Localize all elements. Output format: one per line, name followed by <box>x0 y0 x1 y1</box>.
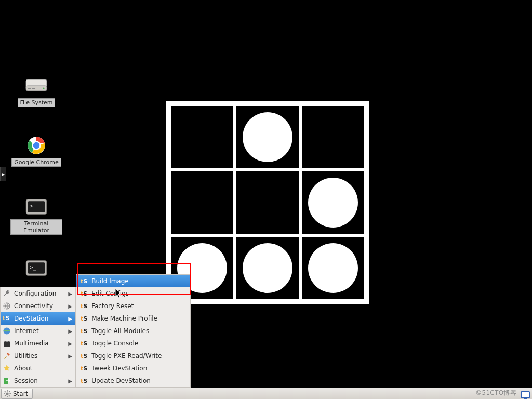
desktop-icon-terminal-2[interactable]: >_ <box>10 258 62 281</box>
menu-item-utilities[interactable]: Utilities ▶ <box>1 350 75 362</box>
wrench-icon <box>3 289 11 298</box>
desktop-icon-filesystem[interactable]: File System <box>10 75 62 107</box>
system-tray[interactable] <box>521 391 530 398</box>
mouse-cursor-icon <box>115 289 123 299</box>
logo-dot <box>243 243 292 293</box>
desktop-icon-chrome[interactable]: Google Chrome <box>10 135 62 167</box>
svg-rect-3 <box>28 88 31 89</box>
menu-item-label: Configuration <box>14 290 65 297</box>
submenu-item-label: Update DevStation <box>91 377 151 384</box>
start-menu[interactable]: Configuration ▶ Connectivity ▶ tS DevSta… <box>0 287 76 388</box>
ts-icon: tS <box>81 341 87 347</box>
watermark-text: ©51CTO博客 <box>475 389 516 397</box>
clapperboard-icon <box>3 339 11 348</box>
logo-cell <box>171 106 233 168</box>
exit-icon <box>3 377 11 385</box>
submenu-arrow-icon: ▶ <box>68 378 72 384</box>
terminal-icon: >_ <box>24 196 49 217</box>
submenu-arrow-icon: ▶ <box>68 353 72 359</box>
taskbar: Start <box>0 388 532 399</box>
terminal-icon: >_ <box>24 258 49 278</box>
svg-line-27 <box>9 391 10 392</box>
logo-cell <box>302 171 364 234</box>
submenu-arrow-icon: ▶ <box>68 328 72 334</box>
monitor-icon[interactable] <box>521 391 530 398</box>
svg-line-24 <box>5 391 6 392</box>
menu-item-multimedia[interactable]: Multimedia ▶ <box>1 337 75 350</box>
submenu-item-toggle-console[interactable]: tS Toggle Console <box>76 337 190 350</box>
submenu-item-label: Toggle PXE Read/Write <box>91 352 162 360</box>
submenu-item-label: Toggle Console <box>91 340 138 347</box>
start-button[interactable]: Start <box>1 389 33 399</box>
submenu-arrow-icon: ▶ <box>68 291 72 297</box>
submenu-item-toggle-all-modules[interactable]: tS Toggle All Modules <box>76 325 190 337</box>
start-button-label: Start <box>13 390 28 397</box>
svg-rect-16 <box>4 342 10 347</box>
menu-item-label: DevStation <box>14 315 65 322</box>
panel-collapse-tab[interactable]: ▶ <box>0 167 6 181</box>
star-icon <box>3 364 11 373</box>
submenu-arrow-icon: ▶ <box>68 303 72 309</box>
submenu-item-label: Make Machine Profile <box>91 315 157 322</box>
ts-icon: tS <box>81 353 87 359</box>
menu-item-label: About <box>14 365 72 372</box>
logo-cell <box>236 237 299 299</box>
svg-point-2 <box>43 87 44 89</box>
desktop-icon-label: File System <box>18 98 56 107</box>
menu-item-internet[interactable]: Internet ▶ <box>1 325 75 337</box>
submenu-item-tweek-devstation[interactable]: tS Tweek DevStation <box>76 362 190 375</box>
globe-icon <box>3 327 11 335</box>
menu-item-devstation[interactable]: tS DevStation ▶ <box>1 312 75 325</box>
wallpaper-logo-grid <box>166 101 369 304</box>
submenu-arrow-icon: ▶ <box>68 316 72 322</box>
logo-cell <box>171 171 233 234</box>
menu-item-label: Multimedia <box>14 340 65 347</box>
menu-item-label: Utilities <box>14 352 65 360</box>
logo-cell <box>302 106 364 168</box>
ts-icon: tS <box>81 328 87 334</box>
svg-text:>_: >_ <box>30 264 36 271</box>
desktop-icon-label: Terminal Emulator <box>10 219 62 235</box>
menu-item-configuration[interactable]: Configuration ▶ <box>1 287 75 300</box>
submenu-item-toggle-pxe[interactable]: tS Toggle PXE Read/Write <box>76 350 190 362</box>
chrome-icon <box>24 135 49 156</box>
gear-icon <box>4 390 11 397</box>
tools-icon <box>3 352 11 360</box>
devstation-icon: tS <box>3 314 11 323</box>
ts-icon: tS <box>81 303 87 309</box>
svg-rect-4 <box>32 88 35 89</box>
triangle-right-icon: ▶ <box>2 172 5 177</box>
devstation-submenu[interactable]: tS Build Image tS Edit Configs tS Factor… <box>76 274 191 388</box>
logo-dot <box>308 178 358 228</box>
harddrive-icon <box>24 75 49 96</box>
menu-item-session[interactable]: Session ▶ <box>1 375 75 387</box>
submenu-item-make-machine-profile[interactable]: tS Make Machine Profile <box>76 312 190 325</box>
submenu-item-edit-configs[interactable]: tS Edit Configs <box>76 287 190 300</box>
submenu-arrow-icon: ▶ <box>68 341 72 347</box>
submenu-item-update-devstation[interactable]: tS Update DevStation <box>76 375 190 387</box>
ts-icon: tS <box>81 366 87 371</box>
desktop-icon-terminal[interactable]: >_ Terminal Emulator <box>10 196 62 235</box>
logo-cell <box>236 106 299 168</box>
ts-icon: tS <box>81 278 87 284</box>
menu-item-label: Session <box>14 377 65 384</box>
ts-icon: tS <box>81 291 87 297</box>
menu-item-label: Connectivity <box>14 302 65 310</box>
svg-line-25 <box>9 395 10 396</box>
submenu-item-label: Factory Reset <box>91 302 134 310</box>
logo-cell <box>302 237 364 299</box>
submenu-item-label: Build Image <box>91 277 129 285</box>
menu-item-about[interactable]: About <box>1 362 75 375</box>
submenu-item-build-image[interactable]: tS Build Image <box>76 275 190 287</box>
submenu-item-label: Tweek DevStation <box>91 365 147 372</box>
svg-text:>_: >_ <box>30 203 36 209</box>
menu-item-connectivity[interactable]: Connectivity ▶ <box>1 300 75 312</box>
submenu-item-label: Edit Configs <box>91 290 129 297</box>
desktop-icon-label: Google Chrome <box>11 158 61 167</box>
svg-point-19 <box>6 392 8 395</box>
logo-dot <box>243 112 292 162</box>
svg-line-26 <box>5 395 6 396</box>
submenu-item-label: Toggle All Modules <box>91 327 149 335</box>
submenu-item-factory-reset[interactable]: tS Factory Reset <box>76 300 190 312</box>
network-icon <box>3 302 11 310</box>
